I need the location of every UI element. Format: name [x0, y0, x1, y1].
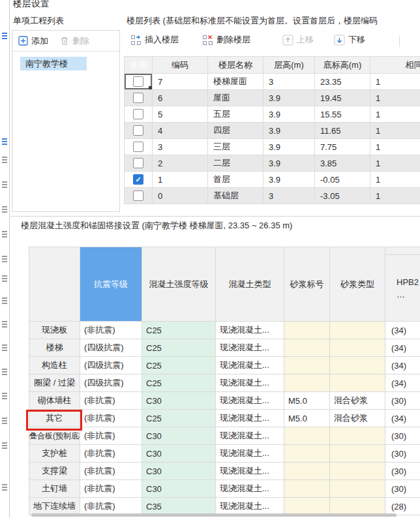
cell-mortar-type[interactable] — [330, 427, 385, 445]
cell-seismic[interactable]: (非抗震) — [80, 480, 142, 498]
cell-code[interactable]: 2 — [153, 155, 208, 172]
cell-height[interactable]: 3.9 — [263, 172, 315, 188]
row-label[interactable]: 地下连续墙 — [29, 498, 80, 515]
cell-elevation[interactable]: 11.65 — [315, 123, 370, 139]
cell-rebar[interactable]: (34) — [385, 410, 420, 427]
checkbox-unchecked[interactable] — [133, 109, 143, 119]
cell-same-count[interactable]: 1 — [370, 106, 420, 123]
row-label[interactable]: 土钉墙 — [29, 480, 80, 498]
first-floor-cell[interactable] — [125, 123, 153, 139]
col-header-concrete-grade[interactable]: 混凝土强度等级 — [142, 247, 216, 322]
cell-seismic[interactable]: (非抗震) — [80, 427, 142, 445]
cell-mortar-grade[interactable] — [284, 357, 330, 374]
cell-type[interactable]: 现浇混凝土... — [216, 357, 284, 374]
cell-seismic[interactable]: (非抗震) — [80, 410, 142, 427]
cell-grade[interactable]: C30 — [142, 427, 216, 445]
col-header-mortar-type[interactable]: 砂浆类型 — [330, 247, 385, 322]
cell-height[interactable]: 3.9 — [263, 106, 315, 123]
cell-seismic[interactable]: (非抗震) — [80, 392, 142, 410]
cell-code[interactable]: 6 — [153, 90, 208, 106]
cell-mortar-grade[interactable] — [284, 480, 330, 498]
row-label[interactable]: 构造柱 — [29, 357, 80, 374]
cell-elevation[interactable]: -3.05 — [315, 188, 370, 204]
cell-grade[interactable]: C25 — [142, 339, 216, 357]
cell-grade[interactable]: C25 — [142, 322, 216, 339]
checkbox-checked[interactable]: ✓ — [133, 174, 143, 185]
col-header-floor-name[interactable]: 楼层名称 — [208, 57, 263, 74]
cell-type[interactable]: 现浇混凝土... — [216, 374, 284, 392]
cell-grade[interactable]: C25 — [142, 374, 216, 392]
horizontal-scrollbar-thumb[interactable] — [31, 513, 397, 517]
cell-grade[interactable]: C25 — [142, 410, 216, 427]
cell-type[interactable]: 现浇混凝土... — [216, 339, 284, 357]
cell-rebar[interactable]: (30) — [385, 463, 420, 480]
cell-type[interactable]: 现浇混凝土... — [216, 445, 284, 463]
cell-type[interactable]: 现浇混凝土... — [216, 322, 284, 339]
cell-elevation[interactable]: 23.35 — [315, 74, 370, 90]
cell-rebar[interactable]: (34) — [385, 322, 420, 339]
cell-grade[interactable]: C35 — [142, 498, 216, 515]
cell-type[interactable]: 现浇混凝土... — [216, 463, 284, 480]
add-project-button[interactable]: 添加 — [18, 35, 48, 47]
cell-mortar-type[interactable] — [330, 374, 385, 392]
cell-code[interactable]: 3 — [153, 139, 208, 155]
col-header-elevation[interactable]: 底标高(m) — [315, 57, 370, 74]
delete-floor-button[interactable]: 删除楼层 — [202, 34, 250, 46]
cell-floor-name[interactable]: 四层 — [208, 123, 263, 139]
cell-floor-name[interactable]: 屋面 — [208, 90, 263, 106]
cell-mortar-grade[interactable] — [284, 463, 330, 480]
cell-mortar-type[interactable]: 混合砂浆 — [330, 410, 385, 427]
checkbox-unchecked[interactable] — [133, 93, 143, 103]
cell-rebar[interactable]: (34) — [385, 339, 420, 357]
cell-rebar[interactable]: (30) — [385, 480, 420, 498]
cell-same-count[interactable]: 1 — [370, 188, 420, 204]
cell-floor-name[interactable]: 楼梯屋面 — [208, 74, 263, 90]
cell-mortar-grade[interactable]: M5.0 — [284, 392, 330, 410]
cell-same-count[interactable]: 1 — [370, 172, 420, 188]
cell-mortar-grade[interactable]: M5.0 — [284, 410, 330, 427]
cell-floor-name[interactable]: 五层 — [208, 106, 263, 123]
col-header-blank[interactable] — [29, 247, 80, 322]
cell-mortar-grade[interactable] — [284, 339, 330, 357]
first-floor-cell[interactable]: ✓ — [125, 172, 153, 188]
cell-elevation[interactable]: 15.55 — [315, 106, 370, 123]
cell-code[interactable]: 0 — [153, 188, 208, 204]
row-label[interactable]: 现浇板 — [29, 322, 80, 339]
col-header-code[interactable]: 编码 — [153, 57, 208, 74]
cell-floor-name[interactable]: 基础层 — [208, 188, 263, 204]
first-floor-cell[interactable] — [125, 188, 153, 204]
cell-mortar-grade[interactable] — [284, 322, 330, 339]
checkbox-unchecked[interactable] — [133, 125, 143, 136]
cell-grade[interactable]: C25 — [142, 357, 216, 374]
first-floor-cell[interactable] — [125, 155, 153, 172]
cell-seismic[interactable]: (非抗震) — [80, 498, 142, 515]
col-header-height[interactable]: 层高(m) — [263, 57, 315, 74]
cell-floor-name[interactable]: 首层 — [208, 172, 263, 188]
cell-type[interactable]: 现浇混凝土... — [216, 392, 284, 410]
project-list-item-selected[interactable]: 南宁教学楼 — [20, 57, 87, 70]
first-floor-cell[interactable] — [125, 139, 153, 155]
cell-grade[interactable]: C30 — [142, 463, 216, 480]
cell-elevation[interactable]: -0.05 — [315, 172, 370, 188]
cell-grade[interactable]: C30 — [142, 445, 216, 463]
cell-floor-name[interactable]: 三层 — [208, 139, 263, 155]
row-label[interactable]: 楼梯 — [29, 339, 80, 357]
row-label[interactable]: 砌体墙柱 — [29, 392, 80, 410]
cell-same-count[interactable]: 1 — [370, 139, 420, 155]
cell-grade[interactable]: C30 — [142, 480, 216, 498]
cell-code[interactable]: 7 — [153, 74, 208, 90]
cell-rebar[interactable]: (30) — [385, 427, 420, 445]
checkbox-unchecked[interactable] — [133, 142, 143, 152]
checkbox-unchecked[interactable] — [133, 76, 143, 87]
col-header-rebar-hpb[interactable]: HPB2… — [385, 247, 420, 322]
first-floor-cell[interactable] — [125, 106, 153, 123]
cell-height[interactable]: 3.9 — [263, 155, 315, 172]
cell-code[interactable]: 5 — [153, 106, 208, 123]
cell-height[interactable]: 3 — [263, 188, 315, 204]
cell-type[interactable]: 现浇混凝土... — [216, 480, 284, 498]
cell-seismic[interactable]: (四级抗震) — [80, 357, 142, 374]
cell-height[interactable]: 3.9 — [263, 90, 315, 106]
cell-mortar-type[interactable] — [330, 339, 385, 357]
col-header-first-floor[interactable]: 首层 — [125, 57, 153, 74]
cell-seismic[interactable]: (四级抗震) — [80, 339, 142, 357]
